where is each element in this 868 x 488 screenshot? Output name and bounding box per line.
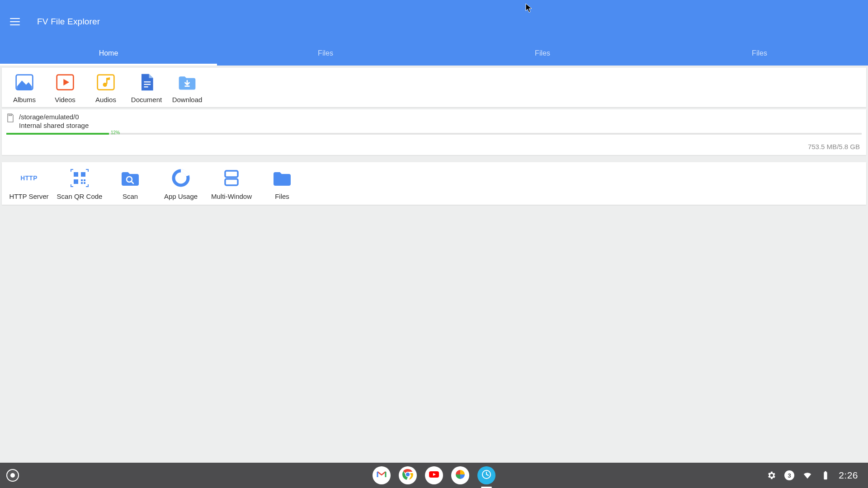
battery-icon bbox=[821, 470, 830, 480]
category-audios[interactable]: Audios bbox=[90, 72, 122, 103]
scan-folder-icon bbox=[120, 168, 141, 190]
notification-badge[interactable]: 3 bbox=[784, 470, 794, 480]
tool-label: Scan bbox=[123, 192, 138, 200]
svg-rect-2 bbox=[98, 75, 114, 90]
albums-icon bbox=[14, 72, 34, 94]
photos-icon bbox=[454, 469, 466, 482]
document-icon bbox=[137, 72, 156, 94]
app-bar-row: FV File Explorer bbox=[0, 0, 868, 43]
download-icon bbox=[177, 72, 197, 94]
tool-scan[interactable]: Scan bbox=[109, 168, 151, 200]
svg-rect-6 bbox=[144, 84, 151, 85]
storage-total: 5.8 GB bbox=[839, 143, 860, 150]
audios-icon bbox=[96, 72, 116, 94]
launcher-button[interactable] bbox=[6, 469, 19, 482]
svg-rect-17 bbox=[84, 179, 85, 181]
chrome-icon bbox=[402, 469, 414, 482]
storage-header: /storage/emulated/0 Internal shared stor… bbox=[6, 111, 862, 130]
tab-label: Files bbox=[318, 49, 333, 57]
tool-label: Files bbox=[275, 192, 289, 200]
dock bbox=[373, 466, 495, 484]
dock-fv-explorer[interactable] bbox=[477, 466, 495, 484]
donut-chart-icon bbox=[170, 168, 191, 190]
svg-rect-15 bbox=[74, 179, 78, 184]
svg-rect-8 bbox=[185, 85, 190, 87]
tool-scan-qr[interactable]: Scan QR Code bbox=[59, 168, 100, 200]
category-label: Videos bbox=[55, 96, 75, 103]
svg-rect-30 bbox=[824, 472, 827, 480]
gmail-icon bbox=[376, 469, 387, 482]
category-label: Download bbox=[172, 96, 203, 103]
svg-rect-11 bbox=[11, 115, 12, 116]
tab-files-2[interactable]: Files bbox=[434, 43, 651, 66]
svg-rect-23 bbox=[225, 171, 238, 177]
categories-row: Albums Videos Audios Document Download bbox=[2, 68, 866, 107]
clock: 2:26 bbox=[839, 470, 858, 481]
wifi-icon bbox=[802, 470, 812, 480]
multi-window-icon bbox=[221, 168, 242, 190]
svg-rect-13 bbox=[74, 172, 78, 177]
storage-path: /storage/emulated/0 bbox=[19, 113, 89, 122]
category-label: Albums bbox=[13, 96, 36, 103]
storage-used: 753.5 MB bbox=[808, 143, 837, 150]
storage-card[interactable]: /storage/emulated/0 Internal shared stor… bbox=[2, 109, 866, 155]
categories-card: Albums Videos Audios Document Download bbox=[2, 68, 866, 107]
tab-files-1[interactable]: Files bbox=[217, 43, 434, 66]
svg-rect-5 bbox=[144, 81, 151, 82]
storage-progress-fill bbox=[6, 133, 109, 135]
tab-label: Files bbox=[535, 49, 550, 57]
tool-label: App Usage bbox=[164, 192, 198, 200]
folder-icon bbox=[272, 168, 292, 190]
tool-label: HTTP Server bbox=[9, 192, 48, 200]
tool-multi-window[interactable]: Multi-Window bbox=[211, 168, 252, 200]
status-tray[interactable]: 3 2:26 bbox=[766, 470, 868, 481]
tab-label: Files bbox=[752, 49, 767, 57]
sd-card-icon bbox=[6, 113, 14, 125]
tab-home[interactable]: Home bbox=[0, 43, 217, 66]
taskbar: 3 2:26 bbox=[0, 463, 868, 488]
app-title: FV File Explorer bbox=[37, 17, 100, 27]
svg-rect-9 bbox=[9, 115, 9, 116]
youtube-icon bbox=[428, 469, 440, 482]
storage-progress: 12% bbox=[6, 133, 862, 135]
menu-button[interactable] bbox=[10, 15, 23, 28]
tool-label: Multi-Window bbox=[211, 192, 252, 200]
settings-icon[interactable] bbox=[766, 470, 776, 480]
tool-files[interactable]: Files bbox=[261, 168, 303, 200]
dock-youtube[interactable] bbox=[425, 466, 443, 484]
storage-percent: 12% bbox=[111, 130, 120, 135]
tools-row: HTTP HTTP Server Scan QR Code Scan App U… bbox=[2, 162, 866, 205]
svg-rect-10 bbox=[10, 115, 11, 116]
tool-http-server[interactable]: HTTP HTTP Server bbox=[8, 168, 50, 200]
category-label: Document bbox=[131, 96, 162, 103]
tab-files-3[interactable]: Files bbox=[651, 43, 868, 66]
tab-bar: Home Files Files Files bbox=[0, 43, 868, 66]
qr-code-icon bbox=[69, 168, 90, 190]
category-document[interactable]: Document bbox=[130, 72, 163, 103]
dock-gmail[interactable] bbox=[373, 466, 391, 484]
dock-chrome[interactable] bbox=[399, 466, 417, 484]
dock-photos[interactable] bbox=[451, 466, 469, 484]
svg-rect-7 bbox=[144, 86, 148, 87]
tools-card: HTTP HTTP Server Scan QR Code Scan App U… bbox=[2, 162, 866, 205]
svg-rect-19 bbox=[84, 182, 85, 184]
category-label: Audios bbox=[95, 96, 116, 103]
tab-label: Home bbox=[99, 49, 118, 57]
tool-app-usage[interactable]: App Usage bbox=[160, 168, 202, 200]
svg-rect-18 bbox=[81, 182, 83, 184]
category-albums[interactable]: Albums bbox=[8, 72, 41, 103]
svg-rect-14 bbox=[81, 172, 85, 177]
svg-rect-31 bbox=[825, 471, 826, 473]
storage-size: 753.5 MB / 5.8 GB bbox=[6, 143, 862, 150]
category-download[interactable]: Download bbox=[171, 72, 203, 103]
videos-icon bbox=[55, 72, 75, 94]
app-bar: FV File Explorer Home Files Files Files bbox=[0, 0, 868, 66]
svg-rect-24 bbox=[225, 179, 238, 185]
tool-label: Scan QR Code bbox=[57, 192, 103, 200]
storage-name: Internal shared storage bbox=[19, 122, 89, 130]
svg-rect-16 bbox=[81, 179, 83, 181]
category-videos[interactable]: Videos bbox=[49, 72, 81, 103]
fv-app-icon bbox=[481, 469, 491, 481]
http-icon: HTTP bbox=[19, 168, 39, 190]
storage-text: /storage/emulated/0 Internal shared stor… bbox=[19, 113, 89, 130]
